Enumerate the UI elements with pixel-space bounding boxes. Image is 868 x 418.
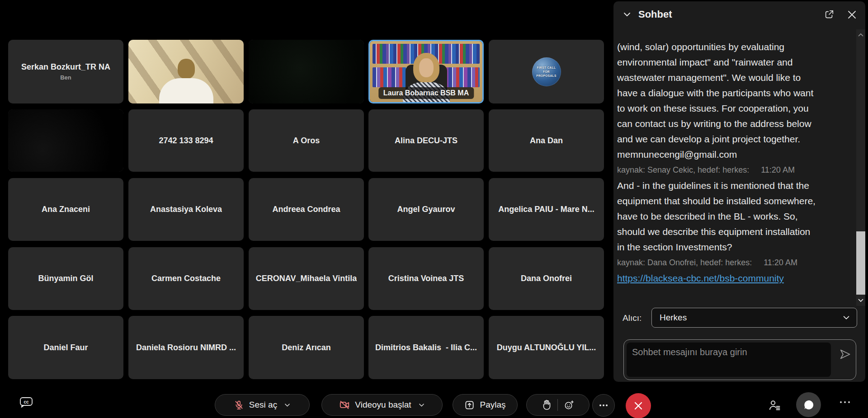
participant-name: Daniel Faur <box>43 343 88 352</box>
chat-input-container <box>623 339 856 380</box>
participant-tile[interactable]: Angelica PAIU - Mare N... <box>489 178 604 241</box>
message-timestamp: 11:20 AM <box>761 165 795 174</box>
meeting-window: Serkan Bozkurt_TR NABen Laura Bobarnac B… <box>0 0 868 418</box>
participant-tile[interactable]: Daniela Rosioru NIMRD ... <box>128 316 244 379</box>
chat-message-input[interactable] <box>627 343 831 377</box>
send-icon[interactable] <box>839 348 851 361</box>
participant-tile[interactable]: FIRST CALLFORPROPOSALS <box>489 40 604 103</box>
recipient-value: Herkes <box>660 313 842 323</box>
reactions-group <box>526 394 590 416</box>
recipient-label: Alıcı: <box>623 313 642 323</box>
divider <box>557 399 558 411</box>
message-timestamp: 11:20 AM <box>764 258 797 267</box>
participant-video <box>128 40 244 103</box>
message-text-line: have to be described in the BL - works. … <box>617 209 845 224</box>
message-text-line: environmental impact" and "rainwater and <box>617 55 845 70</box>
chat-header: Sohbet <box>613 1 865 28</box>
reactions-smiley-icon[interactable] <box>564 400 574 410</box>
participant-tile[interactable]: Laura Bobarnac BSB MA <box>368 40 484 103</box>
participant-tile[interactable]: Bünyamin Göl <box>8 247 123 310</box>
meeting-logo: FIRST CALLFORPROPOSALS <box>532 57 561 86</box>
chat-message-list[interactable]: (wind, solar) opportunities by evaluatin… <box>617 29 845 306</box>
participant-tile[interactable]: A Oros <box>249 109 364 172</box>
participant-tile[interactable]: Daniel Faur <box>8 316 123 379</box>
participant-name: Bünyamin Göl <box>38 274 93 283</box>
unmute-button[interactable]: Sesi aç <box>215 394 310 416</box>
participant-name: Angelica PAIU - Mare N... <box>498 205 594 214</box>
participant-video <box>249 40 364 103</box>
chat-toggle-button-active[interactable] <box>796 392 821 417</box>
participant-tile[interactable]: Ana Znaceni <box>8 178 123 241</box>
message-meta: kaynak: Dana Onofrei, hedef: herkes:11:2… <box>617 255 845 271</box>
close-icon[interactable] <box>848 10 856 19</box>
participant-tile[interactable] <box>8 109 123 172</box>
participant-tile[interactable]: Deniz Arıcan <box>249 316 364 379</box>
chevron-down-icon <box>842 314 850 322</box>
popout-icon[interactable] <box>824 9 834 19</box>
chevron-down-icon[interactable] <box>284 402 291 409</box>
participant-tile[interactable]: Serkan Bozkurt_TR NABen <box>8 40 123 103</box>
message-sender: kaynak: Dana Onofrei, hedef: herkes: <box>617 258 752 267</box>
participant-tile[interactable]: Angel Gyaurov <box>368 178 484 241</box>
share-label: Paylaş <box>480 400 505 410</box>
participant-tile[interactable]: Anastasiya Koleva <box>128 178 244 241</box>
message-text-line: should we describe this equipment instal… <box>617 224 845 240</box>
message-text-line: equipment that should be installed somew… <box>617 193 845 209</box>
chat-scrollbar[interactable] <box>856 29 865 306</box>
raise-hand-icon[interactable] <box>542 399 552 410</box>
recipient-row: Alıcı: Herkes <box>613 308 865 329</box>
message-text-line: can contact us by writing to the address… <box>617 116 845 132</box>
chevron-down-icon[interactable] <box>418 402 425 409</box>
participants-icon[interactable] <box>768 399 781 412</box>
leave-meeting-button[interactable] <box>626 393 651 418</box>
participant-tile[interactable]: Carmen Costache <box>128 247 244 310</box>
scroll-up-icon[interactable] <box>856 30 865 39</box>
participant-tile[interactable]: Ana Dan <box>489 109 604 172</box>
closed-captions-icon[interactable]: cc <box>19 396 33 409</box>
participant-tile[interactable]: Alina DECU-JTS <box>368 109 484 172</box>
chat-panel: Sohbet (wind, solar) opportunities by ev… <box>613 1 865 382</box>
participant-name: Ana Znaceni <box>42 205 90 214</box>
participant-name: 2742 133 8294 <box>159 136 213 146</box>
participant-tile[interactable]: Duygu ALTUNOĞLU YIL... <box>489 316 604 379</box>
message-meta: kaynak: Senay Cekic, hedef: herkes:11:20… <box>617 162 845 178</box>
participant-name: A Oros <box>293 136 320 146</box>
message-link[interactable]: https://blacksea-cbc.net/bsb-community <box>617 273 784 283</box>
more-options-button[interactable] <box>592 394 615 417</box>
participant-name: Andreea Condrea <box>272 205 340 214</box>
participant-name: Angel Gyaurov <box>397 205 455 214</box>
participant-tile[interactable]: Andreea Condrea <box>249 178 364 241</box>
unmute-label: Sesi aç <box>249 400 277 410</box>
svg-text:cc: cc <box>24 399 29 404</box>
participant-name: Carmen Costache <box>151 274 221 283</box>
participant-tile[interactable]: CERONAV_Mihaela Vintila <box>249 247 364 310</box>
participant-name: Anastasiya Koleva <box>150 205 222 214</box>
scrollbar-thumb[interactable] <box>856 231 865 295</box>
participant-name: Dimitrios Bakalis - Ilia C... <box>375 343 477 352</box>
microphone-muted-icon <box>234 400 244 410</box>
message-text-line: have a dialogue with the participants wh… <box>617 85 845 101</box>
participant-name: Dana Onofrei <box>521 274 572 283</box>
participant-name: Duygu ALTUNOĞLU YIL... <box>497 343 596 352</box>
message-sender: kaynak: Senay Cekic, hedef: herkes: <box>617 165 749 174</box>
participant-tile[interactable] <box>128 40 244 103</box>
participant-tile[interactable]: 2742 133 8294 <box>128 109 244 172</box>
start-video-button[interactable]: Videoyu başlat <box>321 394 443 416</box>
camera-off-icon <box>339 399 350 410</box>
message-text-line: And - in the guidelines it is mentioned … <box>617 178 845 193</box>
more-options-icon[interactable] <box>840 401 850 403</box>
participant-self-label: Ben <box>60 74 71 81</box>
share-button[interactable]: Paylaş <box>453 394 518 416</box>
participant-name: Ana Dan <box>530 136 563 146</box>
scroll-down-icon[interactable] <box>856 296 865 305</box>
share-screen-icon <box>464 400 475 410</box>
participant-tile[interactable] <box>249 40 364 103</box>
participant-name: Serkan Bozkurt_TR NA <box>21 62 110 72</box>
participant-video <box>8 109 123 172</box>
chat-panel-title: Sohbet <box>638 9 672 20</box>
participant-tile[interactable]: Cristina Voinea JTS <box>368 247 484 310</box>
chevron-down-icon[interactable] <box>623 10 632 19</box>
recipient-select[interactable]: Herkes <box>651 308 857 328</box>
participant-tile[interactable]: Dana Onofrei <box>489 247 604 310</box>
participant-tile[interactable]: Dimitrios Bakalis - Ilia C... <box>368 316 484 379</box>
